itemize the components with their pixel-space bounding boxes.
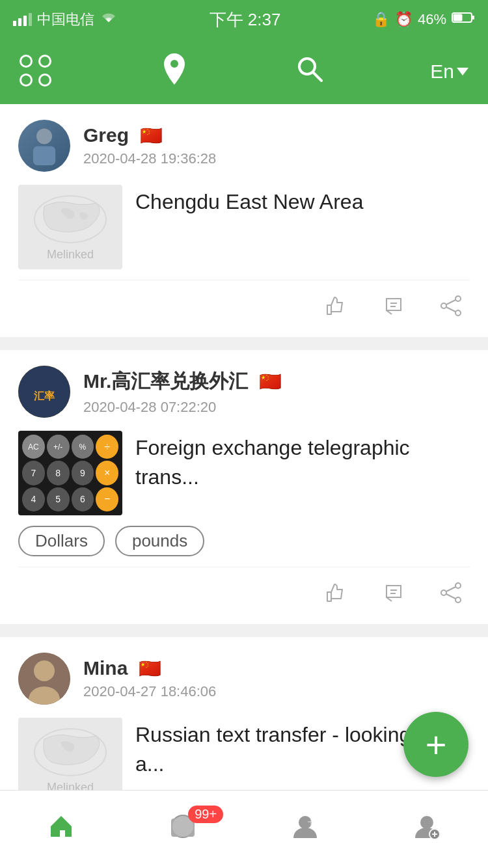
search-icon[interactable] (295, 55, 324, 89)
avatar (18, 120, 70, 172)
post-image-title: Melinked Chengdu East New Area (18, 185, 470, 269)
svg-point-12 (441, 303, 446, 308)
home-icon (47, 812, 75, 847)
post-header: Greg 🇨🇳 2020-04-28 19:36:28 (18, 120, 470, 172)
post-time: 2020-04-28 19:36:28 (83, 150, 470, 167)
melinked-watermark: Melinked (47, 248, 94, 262)
signal-icon (13, 13, 32, 26)
svg-point-22 (441, 590, 446, 595)
username: Mina (83, 657, 128, 679)
lock-icon: 🔒 (372, 11, 390, 28)
nav-profile[interactable] (413, 812, 441, 847)
svg-line-4 (313, 72, 321, 81)
svg-rect-2 (454, 14, 463, 21)
share-icon[interactable] (439, 293, 463, 324)
username-row: Mina 🇨🇳 (83, 657, 470, 679)
status-right: 🔒 ⏰ 46% (372, 11, 475, 28)
post-header: Mina 🇨🇳 2020-04-27 18:46:06 (18, 653, 470, 705)
svg-point-13 (455, 310, 461, 316)
svg-rect-58 (434, 832, 435, 837)
status-bar: 中国电信 下午 2:37 🔒 ⏰ 46% (0, 0, 488, 39)
svg-point-5 (36, 128, 52, 144)
battery-percent: 46% (418, 11, 446, 28)
post-meta: Mr.高汇率兑换外汇 🇨🇳 2020-04-28 07:22:20 (83, 368, 470, 416)
post-body: AC +/- % ÷ 7 8 9 × 4 5 6 − Foreign excha… (18, 431, 470, 556)
nav-messages[interactable]: 99+ (169, 812, 197, 847)
comment-icon[interactable] (381, 580, 406, 611)
tags-row: Dollars pounds (18, 526, 470, 556)
action-bar (18, 280, 470, 337)
post-thumbnail: Melinked (18, 185, 122, 269)
tag-pounds[interactable]: pounds (115, 526, 204, 556)
share-icon[interactable] (439, 580, 463, 611)
location-icon[interactable] (160, 52, 189, 92)
battery-icon (452, 11, 475, 28)
alarm-icon: ⏰ (395, 11, 413, 28)
flag-icon: 🇨🇳 (256, 372, 284, 390)
post-card: 汇率 Mr.高汇率兑换外汇 🇨🇳 2020-04-28 07:22:20 AC … (0, 350, 488, 624)
svg-line-25 (446, 594, 455, 599)
svg-point-11 (455, 296, 461, 301)
svg-point-23 (455, 597, 461, 603)
apps-icon[interactable] (20, 55, 53, 88)
messages-badge: 99+ (188, 806, 223, 823)
wifi-icon (100, 10, 118, 29)
post-header: 汇率 Mr.高汇率兑换外汇 🇨🇳 2020-04-28 07:22:20 (18, 366, 470, 418)
svg-rect-54 (308, 821, 314, 822)
carrier-name: 中国电信 (37, 10, 94, 29)
status-left: 中国电信 (13, 10, 118, 29)
username: Greg (83, 124, 129, 146)
post-title: Foreign exchange telegraphic trans... (135, 431, 470, 492)
svg-rect-1 (472, 16, 474, 20)
top-navigation: En (0, 39, 488, 104)
like-icon[interactable] (324, 293, 349, 324)
post-card: Greg 🇨🇳 2020-04-28 19:36:28 Melinked (0, 104, 488, 337)
nav-contacts[interactable] (291, 812, 319, 847)
svg-text:汇率: 汇率 (34, 390, 55, 401)
post-thumbnail: AC +/- % ÷ 7 8 9 × 4 5 6 − (18, 431, 122, 515)
bottom-navigation: 99+ (0, 790, 488, 868)
flag-icon: 🇨🇳 (135, 659, 164, 677)
post-body: Melinked Chengdu East New Area (18, 185, 470, 269)
post-image-title: AC +/- % ÷ 7 8 9 × 4 5 6 − Foreign excha… (18, 431, 470, 515)
post-time: 2020-04-28 07:22:20 (83, 399, 470, 416)
contacts-icon (291, 812, 319, 847)
post-title: Chengdu East New Area (135, 185, 470, 217)
tag-dollars[interactable]: Dollars (18, 526, 105, 556)
status-time: 下午 2:37 (210, 8, 281, 31)
username-row: Mr.高汇率兑换外汇 🇨🇳 (83, 368, 470, 395)
avatar (18, 653, 70, 705)
post-meta: Greg 🇨🇳 2020-04-28 19:36:28 (83, 124, 470, 167)
avatar: 汇率 (18, 366, 70, 418)
action-bar (18, 567, 470, 624)
nav-home[interactable] (47, 812, 75, 847)
post-meta: Mina 🇨🇳 2020-04-27 18:46:06 (83, 657, 470, 700)
svg-point-21 (455, 583, 461, 588)
svg-line-15 (446, 307, 455, 312)
profile-icon (413, 812, 441, 847)
username-row: Greg 🇨🇳 (83, 124, 470, 146)
create-post-button[interactable]: + (403, 712, 468, 777)
svg-point-55 (420, 816, 433, 829)
like-icon[interactable] (324, 580, 349, 611)
flag-icon: 🇨🇳 (137, 126, 165, 144)
language-button[interactable]: En (430, 61, 468, 83)
svg-line-24 (446, 587, 455, 591)
post-time: 2020-04-27 18:46:06 (83, 683, 470, 700)
comment-icon[interactable] (381, 293, 406, 324)
svg-point-27 (34, 660, 55, 681)
svg-line-14 (446, 300, 455, 305)
nav-right: En (430, 61, 468, 83)
username: Mr.高汇率兑换外汇 (83, 368, 248, 395)
svg-rect-6 (33, 146, 55, 165)
